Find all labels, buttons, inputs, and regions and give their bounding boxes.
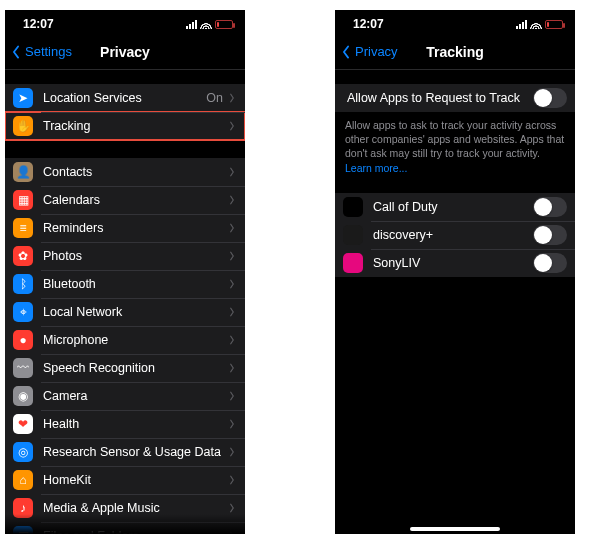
chevron-right-icon: [227, 251, 237, 261]
wifi-icon: [200, 20, 212, 29]
row-camera[interactable]: ◉Camera: [5, 382, 245, 410]
row-label: Call of Duty: [373, 200, 533, 214]
group-privacy-categories: 👤Contacts▦Calendars≡Reminders✿PhotosᛒBlu…: [5, 158, 245, 534]
app-sonyliv-row[interactable]: SonyLIV: [335, 249, 575, 277]
contacts-icon: 👤: [13, 162, 33, 182]
homekit-icon: ⌂: [13, 470, 33, 490]
speech-recognition-icon: 〰: [13, 358, 33, 378]
row-reminders[interactable]: ≡Reminders: [5, 214, 245, 242]
row-label: Tracking: [43, 119, 227, 133]
row-contacts[interactable]: 👤Contacts: [5, 158, 245, 186]
row-label: Photos: [43, 249, 227, 263]
tracking-list[interactable]: Allow Apps to Request to Track Allow app…: [335, 70, 575, 534]
wifi-icon: [530, 20, 542, 29]
chevron-right-icon: [227, 335, 237, 345]
row-speech-recognition[interactable]: 〰Speech Recognition: [5, 354, 245, 382]
chevron-right-icon: [227, 93, 237, 103]
health-icon: ❤: [13, 414, 33, 434]
battery-low-icon: [215, 20, 233, 29]
bluetooth-icon: ᛒ: [13, 274, 33, 294]
chevron-right-icon: [227, 447, 237, 457]
row-calendars[interactable]: ▦Calendars: [5, 186, 245, 214]
status-bar: 12:07: [335, 10, 575, 34]
chevron-right-icon: [227, 503, 237, 513]
privacy-settings-screen: 12:07 Settings Privacy ➤Location Service…: [5, 10, 245, 534]
home-indicator[interactable]: [410, 527, 500, 531]
row-label: discovery+: [373, 228, 533, 242]
row-tracking[interactable]: ✋Tracking: [5, 112, 245, 140]
row-local-network[interactable]: ⌖Local Network: [5, 298, 245, 326]
app-call-of-duty-toggle[interactable]: [533, 197, 567, 217]
chevron-right-icon: [227, 419, 237, 429]
row-label: Location Services: [43, 91, 206, 105]
app-call-of-duty-icon: [343, 197, 363, 217]
row-location-services[interactable]: ➤Location ServicesOn: [5, 84, 245, 112]
row-homekit[interactable]: ⌂HomeKit: [5, 466, 245, 494]
battery-low-icon: [545, 20, 563, 29]
row-label: HomeKit: [43, 473, 227, 487]
row-health[interactable]: ❤Health: [5, 410, 245, 438]
chevron-right-icon: [227, 363, 237, 373]
row-label: Contacts: [43, 165, 227, 179]
media-music-icon: ♪: [13, 498, 33, 518]
chevron-right-icon: [227, 121, 237, 131]
row-label: Local Network: [43, 305, 227, 319]
row-research-sensor[interactable]: ◎Research Sensor & Usage Data: [5, 438, 245, 466]
chevron-right-icon: [227, 475, 237, 485]
app-discovery-plus-row[interactable]: discovery+: [335, 221, 575, 249]
tracking-icon: ✋: [13, 116, 33, 136]
app-discovery-plus-icon: [343, 225, 363, 245]
chevron-right-icon: [227, 223, 237, 233]
learn-more-link[interactable]: Learn more...: [345, 162, 407, 174]
camera-icon: ◉: [13, 386, 33, 406]
chevron-right-icon: [227, 531, 237, 534]
row-files-folders[interactable]: ▣Files and Folders: [5, 522, 245, 534]
status-icons: [186, 20, 233, 29]
row-label: Speech Recognition: [43, 361, 227, 375]
status-time: 12:07: [23, 17, 54, 31]
tracking-settings-screen: 12:07 Privacy Tracking Allow Apps to Req…: [335, 10, 575, 534]
group-apps: Call of Dutydiscovery+SonyLIV: [335, 193, 575, 277]
research-sensor-icon: ◎: [13, 442, 33, 462]
nav-bar: Privacy Tracking: [335, 34, 575, 70]
status-icons: [516, 20, 563, 29]
app-sonyliv-toggle[interactable]: [533, 253, 567, 273]
microphone-icon: ●: [13, 330, 33, 350]
row-label: Research Sensor & Usage Data: [43, 445, 227, 459]
allow-apps-toggle[interactable]: [533, 88, 567, 108]
row-label: Files and Folders: [43, 529, 227, 534]
status-time: 12:07: [353, 17, 384, 31]
photos-icon: ✿: [13, 246, 33, 266]
chevron-right-icon: [227, 167, 237, 177]
row-value: On: [206, 91, 223, 105]
row-label: Reminders: [43, 221, 227, 235]
settings-list[interactable]: ➤Location ServicesOn✋Tracking 👤Contacts▦…: [5, 70, 245, 534]
reminders-icon: ≡: [13, 218, 33, 238]
app-discovery-plus-toggle[interactable]: [533, 225, 567, 245]
tracking-footer-text: Allow apps to ask to track your activity…: [335, 112, 575, 175]
nav-title: Tracking: [335, 44, 575, 60]
row-label: Health: [43, 417, 227, 431]
row-label: Allow Apps to Request to Track: [347, 91, 533, 105]
cellular-signal-icon: [186, 20, 197, 29]
local-network-icon: ⌖: [13, 302, 33, 322]
cellular-signal-icon: [516, 20, 527, 29]
row-label: SonyLIV: [373, 256, 533, 270]
row-label: Media & Apple Music: [43, 501, 227, 515]
app-call-of-duty-row[interactable]: Call of Duty: [335, 193, 575, 221]
row-bluetooth[interactable]: ᛒBluetooth: [5, 270, 245, 298]
chevron-right-icon: [227, 391, 237, 401]
row-label: Microphone: [43, 333, 227, 347]
location-services-icon: ➤: [13, 88, 33, 108]
row-label: Calendars: [43, 193, 227, 207]
status-bar: 12:07: [5, 10, 245, 34]
row-label: Camera: [43, 389, 227, 403]
chevron-right-icon: [227, 195, 237, 205]
row-media-music[interactable]: ♪Media & Apple Music: [5, 494, 245, 522]
nav-title: Privacy: [5, 44, 245, 60]
allow-apps-to-track-row[interactable]: Allow Apps to Request to Track: [335, 84, 575, 112]
chevron-right-icon: [227, 279, 237, 289]
row-microphone[interactable]: ●Microphone: [5, 326, 245, 354]
row-photos[interactable]: ✿Photos: [5, 242, 245, 270]
calendars-icon: ▦: [13, 190, 33, 210]
